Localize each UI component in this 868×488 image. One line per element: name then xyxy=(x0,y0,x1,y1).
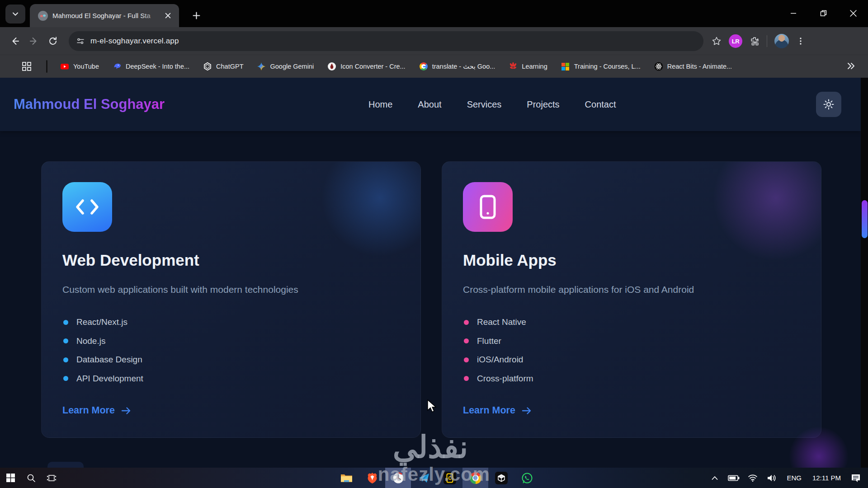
smartphone-icon xyxy=(463,182,513,232)
site-favicon xyxy=(38,11,48,21)
card-description: Custom web applications built with moder… xyxy=(62,284,298,295)
deepseek-icon xyxy=(113,62,122,71)
nav-home[interactable]: Home xyxy=(368,99,392,110)
sun-icon xyxy=(823,99,835,110)
bullet-icon xyxy=(63,338,68,343)
service-card-web-development[interactable]: Web Development Custom web applications … xyxy=(41,161,421,438)
bullet-icon xyxy=(63,320,68,325)
bullet-icon xyxy=(464,376,469,381)
close-window-button[interactable] xyxy=(838,0,868,26)
gemini-icon xyxy=(257,62,266,71)
arrow-right-icon xyxy=(522,407,532,415)
menu-dots-icon[interactable] xyxy=(796,37,805,46)
arrow-right-icon xyxy=(121,407,131,415)
chatgpt-icon xyxy=(203,62,212,71)
nav-contact[interactable]: Contact xyxy=(585,99,616,110)
desktop-screen: Mahmoud El Soghayar - Full Sta xyxy=(0,0,868,488)
bookmark-translate[interactable]: translate - بحث Goo... xyxy=(419,62,495,71)
bullet-icon xyxy=(464,320,469,325)
feature-item: Cross-platform xyxy=(464,374,533,384)
bookmark-react-bits[interactable]: React Bits - Animate... xyxy=(654,62,732,71)
new-tab-button[interactable] xyxy=(187,6,205,24)
tab-search-button[interactable] xyxy=(5,5,25,23)
address-bar[interactable]: m-el-soghayar.vercel.app xyxy=(69,31,703,51)
site-logo[interactable]: Mahmoud El Soghayar xyxy=(14,78,165,131)
decorative-blob xyxy=(712,161,821,261)
nav-services[interactable]: Services xyxy=(467,99,502,110)
card-title: Web Development xyxy=(62,251,199,269)
card-description: Cross-platform mobile applications for i… xyxy=(463,284,694,295)
window-controls xyxy=(778,0,868,26)
site-info-icon[interactable] xyxy=(76,37,85,46)
learning-icon xyxy=(509,62,518,71)
learn-more-link[interactable]: Learn More xyxy=(463,405,532,416)
toolbar-separator xyxy=(767,35,767,47)
decorative-blob xyxy=(321,161,421,257)
page-scrollbar[interactable] xyxy=(861,78,868,468)
feature-item: API Development xyxy=(63,374,143,384)
extensions-puzzle-icon[interactable] xyxy=(750,36,760,46)
bookmark-learning[interactable]: Learning xyxy=(509,62,547,71)
feature-item: React/Next.js xyxy=(63,317,143,327)
bullet-icon xyxy=(63,357,68,362)
bullet-icon xyxy=(464,338,469,343)
feature-item: iOS/Android xyxy=(464,355,533,365)
back-button[interactable] xyxy=(5,32,24,51)
scrollbar-thumb[interactable] xyxy=(862,200,868,238)
restore-button[interactable] xyxy=(808,0,838,26)
forward-button[interactable] xyxy=(24,32,43,51)
toolbar-right: LR xyxy=(712,34,805,48)
card-title: Mobile Apps xyxy=(463,251,557,269)
tab-close-button[interactable] xyxy=(162,10,174,22)
bookmarks-overflow-chevron[interactable] xyxy=(846,61,855,72)
browser-tab-bar: Mahmoud El Soghayar - Full Sta xyxy=(0,0,868,27)
tab-title-fade xyxy=(142,4,160,27)
bullet-icon xyxy=(464,357,469,362)
icon-converter-icon xyxy=(327,62,336,71)
close-icon xyxy=(165,13,171,19)
lr-extension-icon[interactable]: LR xyxy=(729,34,742,48)
bullet-icon xyxy=(63,376,68,381)
main-navigation: Home About Services Projects Contact xyxy=(368,78,616,131)
service-card-mobile-apps[interactable]: Mobile Apps Cross-platform mobile applic… xyxy=(442,161,821,438)
feature-item: Node.js xyxy=(63,336,143,346)
nav-about[interactable]: About xyxy=(418,99,441,110)
browser-toolbar: m-el-soghayar.vercel.app LR xyxy=(0,27,868,55)
feature-list: React/Next.js Node.js Database Design AP… xyxy=(63,317,143,392)
feature-list: React Native Flutter iOS/Android Cross-p… xyxy=(464,317,533,392)
feature-item: Flutter xyxy=(464,336,533,346)
minimize-button[interactable] xyxy=(778,0,808,26)
back-arrow-icon xyxy=(10,36,20,46)
chevron-down-icon xyxy=(12,10,19,18)
apps-grid-icon[interactable] xyxy=(22,61,32,71)
google-icon xyxy=(419,62,428,71)
reload-icon xyxy=(48,36,58,46)
plus-icon xyxy=(193,12,200,19)
profile-avatar[interactable] xyxy=(774,34,789,48)
learn-more-link[interactable]: Learn More xyxy=(62,405,131,416)
bookmark-deepseek[interactable]: DeepSeek - Into the... xyxy=(113,62,189,71)
bookmark-star-icon[interactable] xyxy=(712,36,722,46)
bookmark-gemini[interactable]: Google Gemini xyxy=(257,62,314,71)
url-text: m-el-soghayar.vercel.app xyxy=(90,37,179,46)
feature-item: Database Design xyxy=(63,355,143,365)
reload-button[interactable] xyxy=(43,32,62,51)
forward-arrow-icon xyxy=(29,36,39,46)
bookmark-chatgpt[interactable]: ChatGPT xyxy=(203,62,243,71)
mouse-cursor xyxy=(427,399,438,413)
restore-icon xyxy=(820,10,827,17)
microsoft-icon xyxy=(561,62,570,71)
minimize-icon xyxy=(790,10,797,16)
bookmarks-bar: YouTube DeepSeek - Into the... ChatGPT G… xyxy=(0,55,868,78)
nav-projects[interactable]: Projects xyxy=(527,99,559,110)
watermark-arabic: نفذلي xyxy=(0,429,861,465)
feature-item: React Native xyxy=(464,317,533,327)
watermark-domain: nafezly.com xyxy=(0,464,868,485)
browser-tab[interactable]: Mahmoud El Soghayar - Full Sta xyxy=(30,4,179,27)
react-bits-icon xyxy=(654,62,663,71)
bookmark-youtube[interactable]: YouTube xyxy=(60,62,99,71)
youtube-icon xyxy=(60,62,69,71)
bookmark-icon-converter[interactable]: Icon Converter - Cre... xyxy=(327,62,405,71)
bookmark-training[interactable]: Training - Courses, L... xyxy=(561,62,641,71)
theme-toggle-button[interactable] xyxy=(816,92,841,117)
